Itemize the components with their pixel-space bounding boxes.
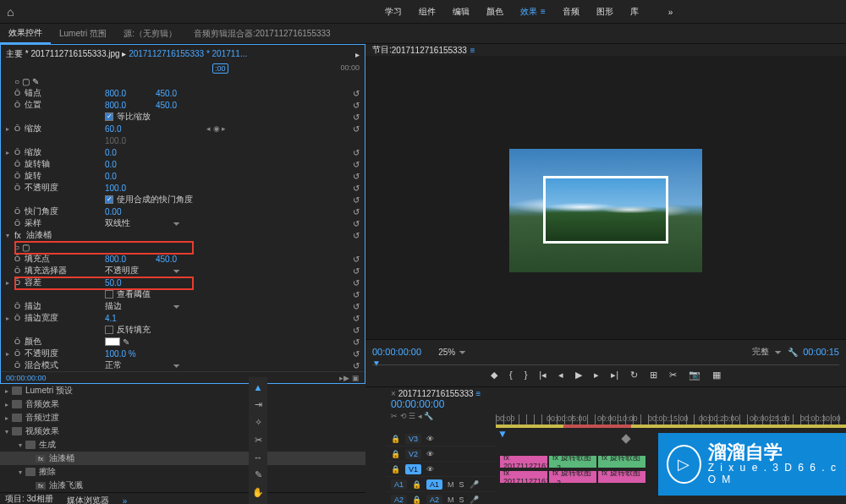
reset-icon[interactable]: ↺ <box>353 124 360 134</box>
reset-icon[interactable]: ↺ <box>353 160 360 169</box>
prop-等比缩放[interactable]: ✓等比缩放↺ <box>1 111 365 123</box>
tool-selection[interactable]: ▲ <box>254 382 263 392</box>
prop-填充选择器[interactable]: Ŏ填充选择器不透明度⏷↺ <box>1 265 365 277</box>
color-swatch[interactable] <box>105 337 120 346</box>
prop-位置[interactable]: Ŏ位置800.0450.0↺ <box>1 99 365 111</box>
stopwatch-icon[interactable]: Ŏ <box>14 219 25 227</box>
track-badge[interactable]: V1 <box>405 464 421 474</box>
lock-icon[interactable]: 🔒 <box>412 496 421 504</box>
checkbox[interactable] <box>105 326 113 334</box>
tool-track-select[interactable]: ⇥ <box>255 399 262 410</box>
value[interactable]: 800.0 <box>105 101 156 110</box>
reset-icon[interactable]: ↺ <box>353 326 360 335</box>
track-badge[interactable]: A1 <box>426 479 442 490</box>
topnav-颜色[interactable]: 颜色 <box>486 6 503 18</box>
stopwatch-icon[interactable]: Ŏ <box>14 207 25 216</box>
reset-icon[interactable]: ↺ <box>353 195 360 205</box>
track-badge[interactable]: A2 <box>426 495 442 505</box>
prop-描边[interactable]: Ŏ描边描边⏷↺ <box>1 300 365 312</box>
stopwatch-icon[interactable]: Ŏ <box>14 266 25 275</box>
browser-item-音频效果[interactable]: ▸音频效果 <box>0 397 365 411</box>
disclosure-icon[interactable]: ▾ <box>5 428 8 436</box>
dropdown[interactable]: 正常 <box>105 359 168 371</box>
marker-diamond[interactable] <box>621 434 630 443</box>
transport-btn[interactable]: ▸| <box>611 370 618 381</box>
value[interactable]: 0.0 <box>105 172 156 181</box>
checkbox[interactable]: ✓ <box>105 112 113 121</box>
reset-icon[interactable]: ↺ <box>353 219 360 228</box>
track-toggle[interactable]: 👁 <box>426 450 434 458</box>
topnav-库[interactable]: 库 <box>630 6 639 18</box>
transport-btn[interactable]: ⊞ <box>650 370 657 381</box>
topnav-编辑[interactable]: 编辑 <box>453 6 470 18</box>
track-toggle[interactable]: M <box>448 496 454 504</box>
reset-icon[interactable]: ↺ <box>353 349 360 359</box>
track-header-V1[interactable]: 🔒V1👁 <box>386 462 496 477</box>
topnav-学习[interactable]: 学习 <box>385 6 402 18</box>
tool-hand[interactable]: ✋ <box>252 487 264 498</box>
prop-反转填充[interactable]: 反转填充↺ <box>1 324 365 336</box>
clip[interactable]: fx 旋转歌图_ <box>597 470 646 484</box>
transport-btn[interactable]: ↻ <box>630 370 638 381</box>
prop-查看阈值[interactable]: 查看阈值↺ <box>1 288 365 300</box>
dropdown-icon[interactable]: ⏷ <box>173 219 181 228</box>
track-toggle[interactable]: S <box>459 496 464 504</box>
lock-icon[interactable]: 🔒 <box>391 450 400 458</box>
track-badge[interactable]: V3 <box>405 434 421 444</box>
browser-item-Lumetri 预设[interactable]: ▸Lumetri 预设 <box>0 384 365 397</box>
timeline-ruler[interactable]: 00:0000:00:05:0000:00:10:0000:00:15:0000… <box>496 414 846 428</box>
track-header-V2[interactable]: 🔒V2👁 <box>386 446 496 462</box>
disclosure-icon[interactable]: ▸ <box>5 401 8 408</box>
track-toggle[interactable]: M <box>448 480 454 489</box>
prop-容差[interactable]: ▸Ŏ容差50.0↺ <box>1 277 365 288</box>
track-toggle[interactable]: 🎤 <box>470 496 479 504</box>
reset-icon[interactable]: ↺ <box>353 101 360 110</box>
reset-icon[interactable]: ↺ <box>353 255 360 264</box>
panel-tab-3[interactable]: 音频剪辑混合器:2017112716155333 <box>185 25 339 43</box>
value[interactable]: 800.0 <box>105 255 156 264</box>
stopwatch-icon[interactable]: Ŏ <box>14 89 25 97</box>
prop-head[interactable]: ○ ▢ ✎ <box>1 75 365 87</box>
timeline-seq-name[interactable]: 2017112716155333 <box>398 389 474 398</box>
monitor-zoom[interactable]: 25% <box>438 348 455 357</box>
track-badge[interactable]: V2 <box>405 449 421 459</box>
value2[interactable]: 450.0 <box>156 101 206 110</box>
panel-tab-1[interactable]: Lumetri 范围 <box>51 25 115 43</box>
dropdown[interactable]: 双线性 <box>105 217 168 229</box>
prop-采样[interactable]: Ŏ采样双线性⏷↺ <box>1 217 365 229</box>
clip[interactable]: fx 201711271615 <box>499 470 548 484</box>
value2[interactable]: 450.0 <box>156 255 206 264</box>
track-header-V3[interactable]: 🔒V3👁 <box>386 431 496 446</box>
reset-icon[interactable]: ↺ <box>353 231 360 240</box>
prop-head[interactable]: ○ ▢ <box>1 241 365 253</box>
reset-icon[interactable]: ↺ <box>353 290 360 299</box>
transport-btn[interactable]: ▶ <box>575 370 582 381</box>
route-badge[interactable]: A2 <box>391 495 407 505</box>
topnav-效果[interactable]: 效果 <box>520 6 546 18</box>
stopwatch-icon[interactable]: Ŏ <box>14 124 25 133</box>
topnav-图形[interactable]: 图形 <box>596 6 613 18</box>
dropdown-icon[interactable]: ⏷ <box>173 302 181 311</box>
ec-playhead[interactable]: :00 <box>212 63 228 74</box>
transport-btn[interactable]: |◂ <box>539 370 547 381</box>
browser-item-擦除[interactable]: ▾擦除 <box>0 465 365 479</box>
track-toggle[interactable]: S <box>459 480 464 489</box>
tab-project[interactable]: 项目: 3d相册 <box>5 493 53 504</box>
tab-media-browser[interactable]: 媒体浏览器 <box>67 495 109 504</box>
stopwatch-icon[interactable]: Ŏ <box>14 101 25 109</box>
track-header-A2[interactable]: A2🔒A2MS🎤 <box>386 492 496 504</box>
stopwatch-icon[interactable]: Ŏ <box>14 172 25 180</box>
tool-pen[interactable]: ✎ <box>255 469 262 480</box>
disclosure-icon[interactable]: ▾ <box>19 441 22 449</box>
reset-icon[interactable]: ↺ <box>353 172 360 181</box>
stopwatch-icon[interactable]: Ŏ <box>14 302 25 310</box>
transport-btn[interactable]: } <box>525 370 528 380</box>
value[interactable]: 100.0 % <box>105 349 156 359</box>
disclosure-icon[interactable]: ▾ <box>19 468 22 476</box>
browser-item-视频效果[interactable]: ▾视频效果 <box>0 425 365 438</box>
topnav-more-icon[interactable]: » <box>668 8 673 17</box>
transport-btn[interactable]: ✂ <box>669 370 677 381</box>
playhead-marker[interactable]: ▼ <box>372 359 381 368</box>
timeline-playhead[interactable]: ▼ <box>497 428 508 440</box>
value[interactable]: 800.0 <box>105 89 156 98</box>
